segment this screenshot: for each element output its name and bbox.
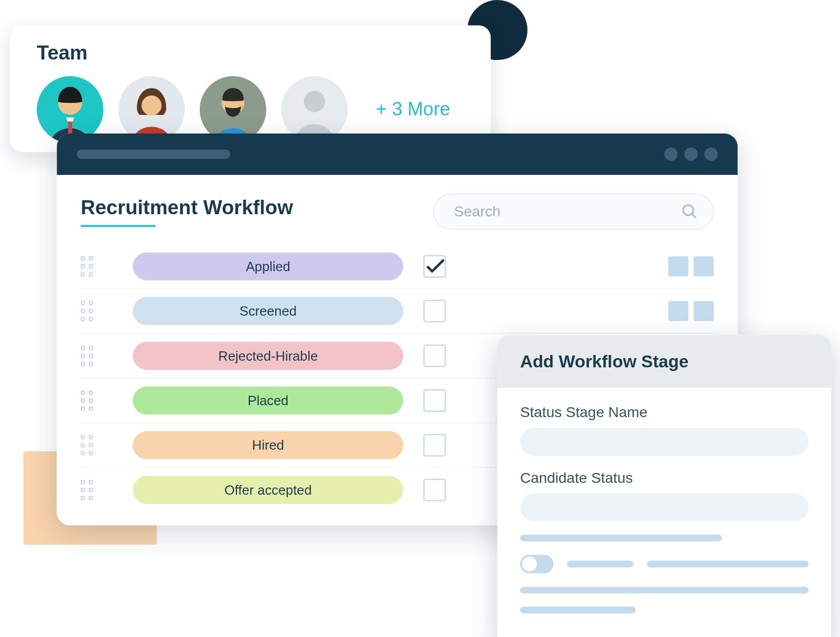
row-actions (668, 301, 714, 321)
candidate-status-label: Candidate Status (520, 469, 808, 487)
placeholder-line (567, 561, 633, 568)
stage-name-label: Status Stage Name (520, 404, 808, 421)
drag-handle-icon[interactable] (81, 391, 93, 411)
stage-pill[interactable]: Placed (133, 387, 403, 414)
placeholder-line (520, 535, 722, 541)
drag-handle-icon[interactable] (81, 256, 93, 276)
stage-name-input[interactable] (520, 428, 808, 456)
stage-pill[interactable]: Rejected-Hirable (133, 342, 403, 369)
window-dot[interactable] (684, 147, 698, 161)
team-avatar-row: + 3 More (37, 76, 464, 143)
drag-handle-icon[interactable] (81, 346, 93, 366)
window-title-placeholder (77, 150, 230, 159)
drag-handle-icon[interactable] (81, 435, 93, 455)
stage-pill[interactable]: Offer accepted (133, 476, 403, 504)
add-stage-panel: Add Workflow Stage Status Stage Name Can… (497, 335, 831, 637)
window-titlebar (57, 134, 738, 175)
action-icon[interactable] (668, 256, 688, 276)
action-icon[interactable] (668, 301, 688, 321)
stage-checkbox[interactable] (423, 389, 446, 412)
stage-row: Screened (81, 288, 714, 333)
row-actions (668, 256, 714, 276)
placeholder-line (647, 561, 808, 568)
stage-checkbox[interactable] (423, 300, 446, 322)
action-icon[interactable] (694, 256, 714, 276)
stage-checkbox[interactable] (423, 434, 446, 457)
placeholder-line (520, 607, 636, 614)
window-dot[interactable] (704, 147, 718, 161)
stage-checkbox[interactable] (423, 255, 446, 278)
search-icon[interactable] (681, 203, 699, 220)
drag-handle-icon[interactable] (81, 480, 93, 500)
add-stage-title: Add Workflow Stage (520, 351, 808, 372)
workflow-title: Recruitment Workflow (81, 196, 293, 227)
stage-row: Applied (81, 244, 714, 288)
window-controls (665, 147, 718, 161)
stage-pill[interactable]: Screened (133, 297, 403, 325)
avatar[interactable] (281, 76, 348, 143)
add-stage-header: Add Workflow Stage (497, 335, 831, 388)
svg-point-8 (304, 91, 325, 112)
svg-line-10 (692, 214, 696, 217)
action-icon[interactable] (694, 301, 714, 321)
placeholder-line (520, 587, 808, 594)
team-more-link[interactable]: + 3 More (376, 99, 450, 120)
drag-handle-icon[interactable] (81, 301, 93, 321)
search-box[interactable] (433, 194, 714, 230)
stage-pill[interactable]: Hired (133, 431, 403, 459)
avatar[interactable] (118, 76, 185, 143)
svg-point-4 (141, 95, 161, 115)
avatar[interactable] (200, 76, 267, 143)
window-dot[interactable] (665, 147, 678, 161)
stage-checkbox[interactable] (423, 345, 446, 367)
team-title: Team (37, 41, 464, 64)
avatar[interactable] (37, 76, 104, 143)
candidate-status-input[interactable] (520, 493, 808, 521)
stage-checkbox[interactable] (423, 479, 446, 501)
search-input[interactable] (454, 203, 650, 220)
stage-pill[interactable]: Applied (133, 253, 403, 280)
toggle-switch[interactable] (520, 555, 553, 573)
